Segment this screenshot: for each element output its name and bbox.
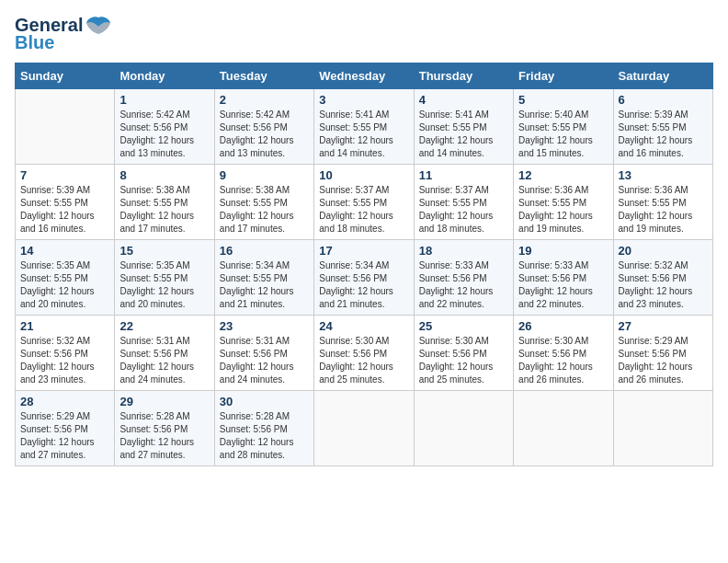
calendar-cell: 28Sunrise: 5:29 AM Sunset: 5:56 PM Dayli… (16, 391, 115, 466)
calendar-cell (314, 391, 414, 466)
logo-blue: Blue (15, 32, 54, 53)
day-info: Sunrise: 5:39 AM Sunset: 5:55 PM Dayligh… (20, 184, 109, 236)
day-info: Sunrise: 5:38 AM Sunset: 5:55 PM Dayligh… (119, 184, 209, 236)
calendar-cell: 21Sunrise: 5:32 AM Sunset: 5:56 PM Dayli… (16, 316, 115, 391)
day-number: 15 (119, 244, 209, 258)
day-number: 7 (20, 168, 109, 182)
day-number: 1 (119, 93, 209, 107)
calendar-cell: 12Sunrise: 5:36 AM Sunset: 5:55 PM Dayli… (514, 165, 613, 240)
logo: General Blue (15, 15, 111, 53)
column-header-saturday: Saturday (613, 63, 712, 89)
column-header-sunday: Sunday (16, 63, 115, 89)
calendar-cell: 10Sunrise: 5:37 AM Sunset: 5:55 PM Dayli… (314, 165, 414, 240)
calendar-body: 1Sunrise: 5:42 AM Sunset: 5:56 PM Daylig… (16, 89, 713, 466)
calendar-cell: 20Sunrise: 5:32 AM Sunset: 5:56 PM Dayli… (613, 240, 712, 316)
day-info: Sunrise: 5:31 AM Sunset: 5:56 PM Dayligh… (119, 335, 209, 386)
calendar-cell: 7Sunrise: 5:39 AM Sunset: 5:55 PM Daylig… (16, 165, 115, 240)
day-info: Sunrise: 5:39 AM Sunset: 5:55 PM Dayligh… (619, 109, 708, 160)
week-row-1: 1Sunrise: 5:42 AM Sunset: 5:56 PM Daylig… (16, 89, 713, 165)
day-info: Sunrise: 5:38 AM Sunset: 5:55 PM Dayligh… (220, 184, 309, 236)
day-info: Sunrise: 5:35 AM Sunset: 5:55 PM Dayligh… (119, 259, 209, 311)
logo-bird-icon (85, 16, 111, 36)
day-number: 2 (220, 93, 309, 107)
calendar-cell: 3Sunrise: 5:41 AM Sunset: 5:55 PM Daylig… (314, 89, 414, 165)
calendar-cell: 27Sunrise: 5:29 AM Sunset: 5:56 PM Dayli… (613, 316, 712, 391)
day-number: 20 (619, 244, 708, 258)
day-number: 14 (20, 244, 109, 258)
column-header-friday: Friday (514, 63, 613, 89)
day-number: 10 (319, 168, 408, 182)
day-info: Sunrise: 5:29 AM Sunset: 5:56 PM Dayligh… (20, 410, 109, 462)
calendar-cell: 9Sunrise: 5:38 AM Sunset: 5:55 PM Daylig… (214, 165, 313, 240)
week-row-2: 7Sunrise: 5:39 AM Sunset: 5:55 PM Daylig… (16, 165, 713, 240)
calendar-cell: 22Sunrise: 5:31 AM Sunset: 5:56 PM Dayli… (115, 316, 214, 391)
day-info: Sunrise: 5:28 AM Sunset: 5:56 PM Dayligh… (220, 410, 309, 462)
calendar-cell: 24Sunrise: 5:30 AM Sunset: 5:56 PM Dayli… (314, 316, 414, 391)
calendar-cell: 6Sunrise: 5:39 AM Sunset: 5:55 PM Daylig… (613, 89, 712, 165)
calendar-cell: 23Sunrise: 5:31 AM Sunset: 5:56 PM Dayli… (214, 316, 313, 391)
day-info: Sunrise: 5:32 AM Sunset: 5:56 PM Dayligh… (619, 259, 708, 311)
day-number: 8 (119, 168, 209, 182)
day-number: 18 (419, 244, 508, 258)
day-number: 13 (619, 168, 708, 182)
day-number: 30 (220, 395, 309, 408)
calendar-cell: 29Sunrise: 5:28 AM Sunset: 5:56 PM Dayli… (115, 391, 214, 466)
day-info: Sunrise: 5:41 AM Sunset: 5:55 PM Dayligh… (419, 109, 508, 160)
day-number: 6 (619, 93, 708, 107)
day-number: 9 (220, 168, 309, 182)
day-info: Sunrise: 5:42 AM Sunset: 5:56 PM Dayligh… (119, 109, 209, 160)
calendar-cell: 17Sunrise: 5:34 AM Sunset: 5:56 PM Dayli… (314, 240, 414, 316)
day-number: 26 (518, 319, 608, 333)
calendar-cell: 5Sunrise: 5:40 AM Sunset: 5:55 PM Daylig… (514, 89, 613, 165)
calendar-cell: 25Sunrise: 5:30 AM Sunset: 5:56 PM Dayli… (414, 316, 513, 391)
day-number: 21 (20, 319, 109, 333)
column-header-monday: Monday (115, 63, 214, 89)
calendar-cell (414, 391, 513, 466)
week-row-5: 28Sunrise: 5:29 AM Sunset: 5:56 PM Dayli… (16, 391, 713, 466)
day-number: 28 (20, 395, 109, 408)
calendar-cell: 14Sunrise: 5:35 AM Sunset: 5:55 PM Dayli… (16, 240, 115, 316)
calendar-cell: 15Sunrise: 5:35 AM Sunset: 5:55 PM Dayli… (115, 240, 214, 316)
day-info: Sunrise: 5:33 AM Sunset: 5:56 PM Dayligh… (518, 259, 608, 311)
day-info: Sunrise: 5:36 AM Sunset: 5:55 PM Dayligh… (518, 184, 608, 236)
day-number: 5 (518, 93, 608, 107)
calendar-cell: 13Sunrise: 5:36 AM Sunset: 5:55 PM Dayli… (613, 165, 712, 240)
day-info: Sunrise: 5:41 AM Sunset: 5:55 PM Dayligh… (319, 109, 408, 160)
calendar-header-row: SundayMondayTuesdayWednesdayThursdayFrid… (16, 63, 713, 89)
week-row-4: 21Sunrise: 5:32 AM Sunset: 5:56 PM Dayli… (16, 316, 713, 391)
day-number: 4 (419, 93, 508, 107)
day-number: 25 (419, 319, 508, 333)
calendar-cell: 30Sunrise: 5:28 AM Sunset: 5:56 PM Dayli… (214, 391, 313, 466)
day-number: 17 (319, 244, 408, 258)
calendar-cell: 11Sunrise: 5:37 AM Sunset: 5:55 PM Dayli… (414, 165, 513, 240)
calendar-cell: 18Sunrise: 5:33 AM Sunset: 5:56 PM Dayli… (414, 240, 513, 316)
day-info: Sunrise: 5:28 AM Sunset: 5:56 PM Dayligh… (119, 410, 209, 462)
calendar-cell (514, 391, 613, 466)
day-info: Sunrise: 5:40 AM Sunset: 5:55 PM Dayligh… (518, 109, 608, 160)
day-info: Sunrise: 5:30 AM Sunset: 5:56 PM Dayligh… (518, 335, 608, 386)
column-header-tuesday: Tuesday (214, 63, 313, 89)
day-number: 16 (220, 244, 309, 258)
header: General Blue (15, 15, 713, 53)
day-number: 11 (419, 168, 508, 182)
calendar-cell: 2Sunrise: 5:42 AM Sunset: 5:56 PM Daylig… (214, 89, 313, 165)
column-header-wednesday: Wednesday (314, 63, 414, 89)
week-row-3: 14Sunrise: 5:35 AM Sunset: 5:55 PM Dayli… (16, 240, 713, 316)
calendar-cell: 16Sunrise: 5:34 AM Sunset: 5:55 PM Dayli… (214, 240, 313, 316)
day-info: Sunrise: 5:37 AM Sunset: 5:55 PM Dayligh… (319, 184, 408, 236)
calendar-cell: 8Sunrise: 5:38 AM Sunset: 5:55 PM Daylig… (115, 165, 214, 240)
day-number: 3 (319, 93, 408, 107)
day-info: Sunrise: 5:30 AM Sunset: 5:56 PM Dayligh… (319, 335, 408, 386)
day-info: Sunrise: 5:30 AM Sunset: 5:56 PM Dayligh… (419, 335, 508, 386)
calendar-cell: 1Sunrise: 5:42 AM Sunset: 5:56 PM Daylig… (115, 89, 214, 165)
day-info: Sunrise: 5:31 AM Sunset: 5:56 PM Dayligh… (220, 335, 309, 386)
day-number: 23 (220, 319, 309, 333)
day-info: Sunrise: 5:35 AM Sunset: 5:55 PM Dayligh… (20, 259, 109, 311)
calendar-cell: 4Sunrise: 5:41 AM Sunset: 5:55 PM Daylig… (414, 89, 513, 165)
column-header-thursday: Thursday (414, 63, 513, 89)
day-info: Sunrise: 5:32 AM Sunset: 5:56 PM Dayligh… (20, 335, 109, 386)
day-number: 27 (619, 319, 708, 333)
day-number: 22 (119, 319, 209, 333)
day-info: Sunrise: 5:34 AM Sunset: 5:55 PM Dayligh… (220, 259, 309, 311)
day-info: Sunrise: 5:42 AM Sunset: 5:56 PM Dayligh… (220, 109, 309, 160)
